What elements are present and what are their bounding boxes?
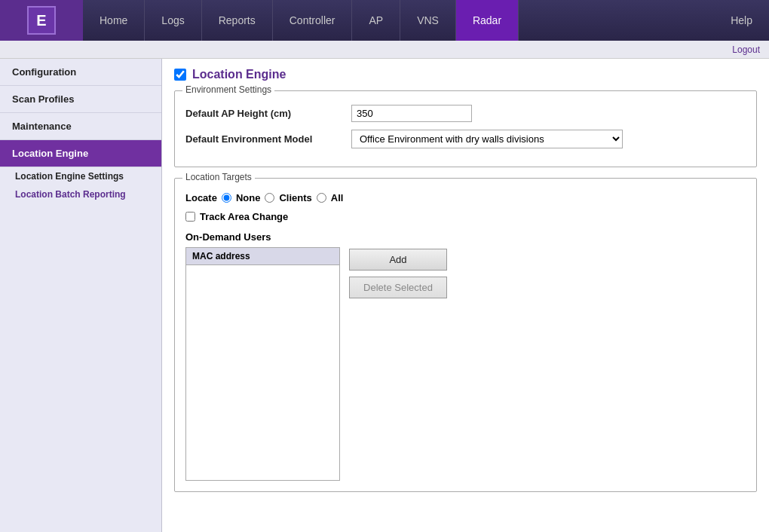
sidebar-item-scan-profiles[interactable]: Scan Profiles [0,86,161,113]
mac-address-column-header: MAC address [186,248,339,265]
track-area-row: Track Area Change [185,211,746,222]
nav-controller[interactable]: Controller [273,0,353,41]
logout-link[interactable]: Logout [732,44,760,55]
locate-all-radio[interactable] [317,193,326,203]
nav-home[interactable]: Home [83,0,145,41]
mac-address-list[interactable]: MAC address [185,247,340,481]
sidebar-subitem-location-batch-reporting[interactable]: Location Batch Reporting [0,185,161,203]
locate-none-radio[interactable] [222,193,231,203]
nav-reports[interactable]: Reports [202,0,273,41]
nav-radar[interactable]: Radar [456,0,519,41]
add-button[interactable]: Add [349,249,447,271]
locate-none-label[interactable]: None [236,192,261,203]
sidebar: Configuration Scan Profiles Maintenance … [0,59,162,532]
locate-row: Locate None Clients All [185,192,746,203]
on-demand-area: MAC address Add Delete Selected [185,247,746,481]
ap-height-row: Default AP Height (cm) [185,105,746,122]
env-model-row: Default Environment Model Office Environ… [185,130,746,148]
sidebar-subitem-location-engine-settings[interactable]: Location Engine Settings [0,167,161,185]
sidebar-item-configuration[interactable]: Configuration [0,59,161,86]
list-action-buttons: Add Delete Selected [349,249,447,481]
top-navigation: E Home Logs Reports Controller AP VNS Ra… [0,0,769,41]
locate-label: Locate [185,192,217,203]
main-layout: Configuration Scan Profiles Maintenance … [0,59,769,532]
nav-vns[interactable]: VNS [400,0,456,41]
on-demand-label: On-Demand Users [185,231,746,243]
le-header: Location Engine [174,68,757,81]
le-enable-checkbox[interactable] [174,69,186,81]
locate-all-label[interactable]: All [331,192,344,203]
track-area-checkbox[interactable] [185,212,195,222]
locate-clients-label[interactable]: Clients [279,192,311,203]
nav-help[interactable]: Help [714,0,769,41]
ap-height-input[interactable] [351,105,472,122]
location-targets-group: Location Targets Locate None Clients All… [174,178,757,492]
nav-items: Home Logs Reports Controller AP VNS Rada… [83,0,714,41]
content-area: Location Engine Environment Settings Def… [162,59,769,532]
logo-icon: E [27,6,56,35]
sidebar-item-location-engine[interactable]: Location Engine [0,140,161,167]
nav-ap[interactable]: AP [352,0,400,41]
logout-bar: Logout [0,41,769,59]
env-model-select[interactable]: Office Environment with dry walls divisi… [351,130,623,148]
env-settings-legend: Environment Settings [182,84,274,95]
delete-selected-button[interactable]: Delete Selected [349,277,447,298]
env-model-label: Default Environment Model [185,133,351,145]
sidebar-item-maintenance[interactable]: Maintenance [0,113,161,140]
environment-settings-group: Environment Settings Default AP Height (… [174,90,757,167]
logo: E [0,0,83,41]
locate-clients-radio[interactable] [265,193,274,203]
location-targets-legend: Location Targets [182,172,255,182]
nav-logs[interactable]: Logs [145,0,201,41]
le-title: Location Engine [192,68,286,81]
track-area-label[interactable]: Track Area Change [200,211,288,222]
ap-height-label: Default AP Height (cm) [185,108,351,119]
